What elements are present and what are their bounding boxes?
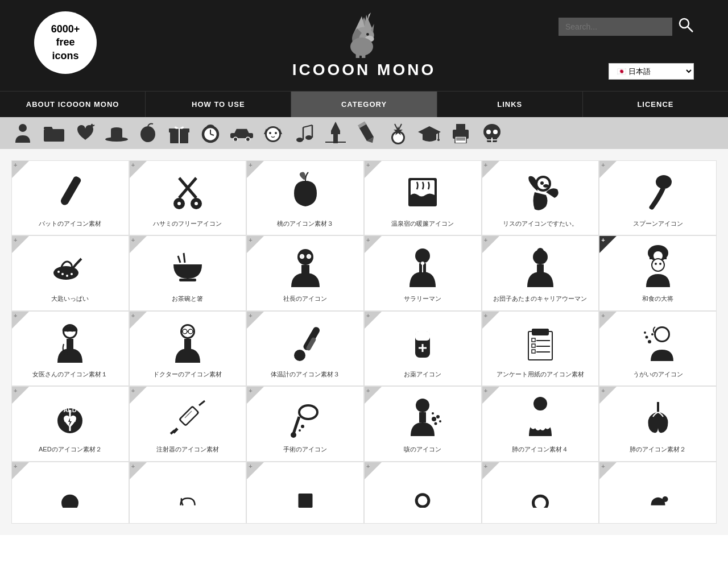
boss-icon [283,244,328,290]
svg-point-20 [111,127,122,131]
cat-graduation-icon[interactable] [418,122,441,144]
lung2-icon [635,395,681,441]
cat-apple-icon[interactable] [136,122,159,144]
svg-point-176 [61,494,78,507]
icon-card-doctor[interactable]: + ドクターのアイコン素材 [129,311,247,386]
svg-point-111 [655,263,657,265]
svg-point-148 [648,340,651,343]
search-input[interactable] [559,18,672,36]
svg-point-31 [246,137,250,141]
icon-card-career-woman[interactable]: + お団子あたまのキャリアウーマン [482,235,599,310]
icon-card-syringe[interactable]: + 注射器のアイコン素材 [129,386,247,461]
icon-card-aed[interactable]: + AED AEDのアイコン素材２ [11,386,129,461]
icon-card-scissors[interactable]: + ハサミのフリーアイコン [129,160,247,235]
svg-point-170 [436,415,440,418]
cat-skull-icon[interactable] [481,122,503,144]
site-title: ICOOON MONO [292,61,436,79]
icon-card-female-doctor[interactable]: + 女医さんのア [11,311,129,386]
svg-point-130 [294,350,305,361]
svg-point-164 [291,432,296,438]
cat-printer-icon[interactable] [449,122,472,144]
icon-card-cough[interactable]: + 咳のアイコン [364,386,482,461]
cat-pencil-icon[interactable] [355,122,378,144]
icon-label: AEDのアイコン素材２ [39,445,102,454]
icon-card-gargle[interactable]: + うがいのアイコン [599,311,717,386]
nav-about[interactable]: ABOUT ICOOON MONO [0,92,146,117]
icon-label: バットのアイコン素材 [39,219,101,228]
icon-card-medicine[interactable]: + お薬アイコン [364,311,482,386]
svg-point-51 [393,132,403,143]
icon-card-hotspring[interactable]: + 温泉宿の暖簾アイコン [364,160,482,235]
cat-medal-icon[interactable] [387,122,410,144]
svg-point-84 [53,266,78,280]
icon-card-ladle[interactable]: + 大匙いっぱい [11,235,129,310]
icon-card-r4[interactable]: + [364,462,482,524]
icon-card-lung2[interactable]: + 肺のアイコン素材２ [599,386,717,461]
svg-point-83 [656,175,672,189]
female-doctor-icon [47,320,93,366]
main-nav: ABOUT ICOOON MONO HOW TO USE CATEGORY LI… [0,91,728,117]
cat-music-icon[interactable] [293,122,316,144]
icon-card-surgery[interactable]: + 手術のアイコン [246,386,364,461]
svg-point-169 [432,417,436,421]
nav-links[interactable]: LINKS [437,92,583,117]
svg-point-13 [19,124,27,132]
icon-card-squirrel[interactable]: + リスのアイコンですたい。 [482,160,599,235]
icon-grid: + バットのアイコン素材 + ハサミのフリーアイコン + [11,160,717,524]
icon-card-r3[interactable]: + [246,462,364,524]
icon-card-r5[interactable]: + [482,462,599,524]
partial-icon-5 [518,471,563,516]
icon-card-lung4[interactable]: + 肺のアイコン素材４ [482,386,599,461]
icon-card-spoon[interactable]: + スプーンアイコン [599,160,717,235]
icon-card-r6[interactable]: + [599,462,717,524]
icon-card-boss[interactable]: + 社長のアイコン [246,235,364,310]
svg-point-150 [651,333,653,335]
icon-label: お団子あたまのキャリアウーマン [493,295,587,303]
icon-card-bowl[interactable]: + お茶碗と箸 [129,235,247,310]
svg-rect-119 [67,339,73,349]
icon-card-peach[interactable]: + 桃のアイコン素材３ [246,160,364,235]
unicorn-logo-icon [336,13,392,58]
icon-label: 体温計のアイコン素材３ [271,370,340,379]
lang-select[interactable]: 🇯🇵 日本語 English [609,63,694,80]
svg-point-98 [307,255,311,258]
search-button[interactable] [678,17,694,36]
icon-card-chef[interactable]: + 和食の大将 [599,235,717,310]
svg-point-88 [71,273,73,275]
icon-label: アンケート用紙のアイコン素材 [497,370,584,379]
svg-text:AED: AED [64,407,77,413]
cat-heart-icon[interactable] [74,122,97,144]
icon-card-salaryman[interactable]: + サラリーマン [364,235,482,310]
nav-how-to-use[interactable]: HOW TO USE [146,92,291,117]
chef-icon [635,244,681,290]
icon-label: お茶碗と箸 [172,295,203,303]
cat-lighthouse-icon[interactable] [324,122,347,144]
cat-car-icon[interactable] [230,122,253,144]
nav-licence[interactable]: LICENCE [583,92,728,117]
nav-category[interactable]: CATEGORY [291,92,437,117]
icon-card-thermometer[interactable]: + 体温計のアイコン素材３ [246,311,364,386]
icon-label: 温泉宿の暖簾アイコン [391,219,454,228]
icon-label: ハサミのフリーアイコン [153,219,222,228]
icon-card-r1[interactable]: + [11,462,129,524]
clipboard-icon [518,320,563,366]
svg-rect-177 [298,494,312,508]
icon-card-clipboard[interactable]: + アンケート用紙のアイコン素材 [482,311,599,386]
cat-person-icon[interactable] [11,122,34,144]
icon-label: 注射器のアイコン素材 [156,445,219,454]
icon-card-r2[interactable]: + [129,462,247,524]
cat-hat-icon[interactable] [105,122,128,144]
svg-point-76 [193,201,199,206]
cat-clock-icon[interactable] [199,122,222,144]
svg-point-151 [644,331,646,334]
doctor-icon [165,320,210,366]
cat-gift-icon[interactable] [168,122,191,144]
icon-label: 和食の大将 [642,295,673,303]
cat-folder-icon[interactable] [43,122,65,144]
cat-cat-icon[interactable] [262,122,284,144]
icon-card-bat[interactable]: + バットのアイコン素材 [11,160,129,235]
surgery-icon [283,395,328,441]
lung4-icon [518,395,563,441]
svg-rect-60 [456,124,465,131]
bowl-icon [165,244,210,290]
